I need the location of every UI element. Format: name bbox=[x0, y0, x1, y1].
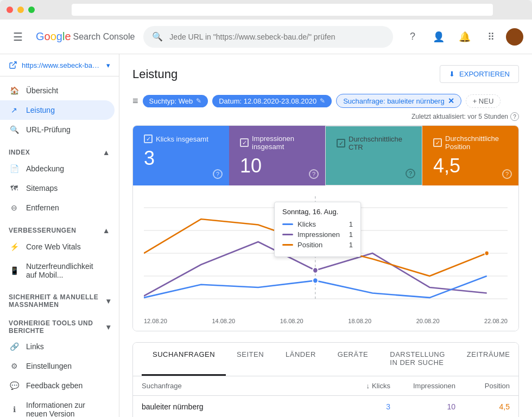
stat-card-header: Klicks insgesamt bbox=[144, 134, 218, 143]
sidebar-item-einstellungen[interactable]: ⚙ Einstellungen bbox=[0, 356, 115, 376]
stat-label: Klicks insgesamt bbox=[156, 135, 208, 143]
apps-icon[interactable]: ⠿ bbox=[480, 26, 502, 48]
add-filter-button[interactable]: + NEU bbox=[466, 94, 501, 108]
filter-chip-label: Datum: 12.08.2020-23.08.2020 bbox=[219, 97, 316, 105]
sidebar-item-feedback[interactable]: 💬 Feedback geben bbox=[0, 376, 115, 395]
browser-chrome bbox=[0, 0, 532, 20]
col-header-clicks[interactable]: ↓ Klicks bbox=[325, 382, 390, 390]
sidebar-item-label: Entfernen bbox=[26, 203, 59, 212]
chart-x-labels: 12.08.20 14.08.20 16.08.20 18.08.20 20.0… bbox=[133, 316, 518, 331]
sidebar-item-abdeckung[interactable]: 📄 Abdeckung bbox=[0, 159, 115, 178]
stat-info-position[interactable]: ? bbox=[502, 169, 512, 179]
table-section: SUCHANFRAGEN SEITEN LÄNDER GERÄTE DARSTE… bbox=[132, 342, 519, 417]
settings-icon: ⚙ bbox=[9, 362, 20, 370]
tooltip-value-position: 1 bbox=[349, 241, 353, 249]
tooltip-label-text: Impressionen bbox=[297, 230, 340, 239]
stat-label: Impressionen insgesamt bbox=[252, 134, 314, 151]
maximize-dot[interactable] bbox=[28, 7, 35, 13]
x-label-1: 14.08.20 bbox=[212, 318, 235, 324]
stat-checkbox-klicks[interactable] bbox=[144, 134, 153, 143]
dropdown-icon[interactable]: ▾ bbox=[106, 61, 110, 69]
filter-chip-suchanfrage[interactable]: Suchanfrage: bauleiter nürnberg ✕ bbox=[336, 94, 461, 108]
notifications-icon[interactable]: 🔔 bbox=[454, 26, 476, 48]
tooltip-label: Klicks bbox=[282, 220, 316, 228]
tab-laender[interactable]: LÄNDER bbox=[275, 343, 327, 376]
product-name: Search Console bbox=[73, 32, 135, 42]
sidebar-item-url-pruefung[interactable]: 🔍 URL-Prüfung bbox=[0, 120, 115, 139]
sidebar-item-uebersicht[interactable]: 🏠 Übersicht bbox=[0, 81, 115, 100]
avatar[interactable] bbox=[506, 28, 523, 46]
close-dot[interactable] bbox=[7, 7, 13, 13]
search-input[interactable] bbox=[169, 33, 384, 41]
stat-card-header: Durchschnittliche CTR bbox=[337, 135, 411, 151]
abdeckung-icon: 📄 bbox=[9, 164, 20, 173]
sidebar-item-label: URL-Prüfung bbox=[26, 125, 71, 134]
stat-card-ctr[interactable]: Durchschnittliche CTR ? bbox=[325, 126, 422, 185]
content: Leistung ⬇ EXPORTIEREN ≡ Suchtyp: Web ✎ … bbox=[119, 54, 532, 417]
edit-icon: ✎ bbox=[196, 97, 201, 105]
help-icon[interactable]: ? bbox=[402, 26, 423, 48]
address-bar bbox=[72, 4, 493, 16]
impressions-dot bbox=[313, 267, 318, 273]
tools-section-title: Vorherige Tools und Berichte bbox=[9, 319, 106, 335]
stat-card-position[interactable]: Durchschnittliche Position 4,5 ? bbox=[422, 126, 518, 185]
search-nav-icon: 🔍 bbox=[9, 125, 20, 134]
export-button[interactable]: ⬇ EXPORTIEREN bbox=[440, 65, 519, 83]
stat-checkbox-impressionen[interactable] bbox=[240, 138, 249, 147]
sidebar-url[interactable]: https://www.sebeck-bau.de/ ▾ bbox=[0, 54, 119, 76]
index-section-toggle[interactable]: ▲ bbox=[103, 148, 110, 157]
sidebar-item-label: Abdeckung bbox=[26, 164, 64, 173]
sidebar-item-core-web-vitals[interactable]: ⚡ Core Web Vitals bbox=[0, 237, 115, 256]
sidebar-item-leistung[interactable]: ↗ Leistung bbox=[0, 100, 115, 120]
tooltip-row-klicks: Klicks 1 bbox=[282, 220, 353, 228]
stats-row: Klicks insgesamt 3 ? Impressionen insges… bbox=[133, 126, 518, 185]
stat-checkbox-position[interactable] bbox=[433, 138, 442, 147]
tooltip-row-impressionen: Impressionen 1 bbox=[282, 230, 353, 239]
tooltip-value-impressionen: 1 bbox=[349, 230, 353, 239]
stat-info-klicks[interactable]: ? bbox=[213, 169, 223, 179]
sidebar-item-entfernen[interactable]: ⊖ Entfernen bbox=[0, 198, 115, 217]
last-updated-help-icon[interactable]: ? bbox=[510, 112, 519, 121]
feedback-icon: 💬 bbox=[9, 381, 20, 390]
filter-chip-suchtyp[interactable]: Suchtyp: Web ✎ bbox=[143, 95, 208, 107]
filter-chip-datum[interactable]: Datum: 12.08.2020-23.08.2020 ✎ bbox=[212, 95, 332, 107]
last-updated: Zuletzt aktualisiert: vor 5 Stunden ? bbox=[411, 112, 519, 121]
stat-card-klicks[interactable]: Klicks insgesamt 3 ? bbox=[133, 126, 229, 185]
tab-geraete[interactable]: GERÄTE bbox=[327, 343, 379, 376]
sidebar-item-label: Feedback geben bbox=[26, 381, 83, 390]
add-filter-label: + NEU bbox=[473, 97, 494, 105]
sidebar-item-sitemaps[interactable]: 🗺 Sitemaps bbox=[0, 178, 115, 198]
x-label-3: 18.08.20 bbox=[348, 318, 371, 324]
row-clicks: 3 bbox=[325, 402, 390, 411]
logo-g2: g bbox=[56, 30, 62, 42]
hamburger-icon[interactable]: ☰ bbox=[9, 26, 27, 48]
stat-card-header: Impressionen insgesamt bbox=[240, 134, 314, 151]
tools-section-toggle[interactable]: ▾ bbox=[106, 323, 111, 331]
sidebar-url-text: https://www.sebeck-bau.de/ bbox=[22, 61, 102, 69]
account-icon[interactable]: 👤 bbox=[428, 26, 449, 48]
table-row[interactable]: bauleiter nürnberg 3 10 4,5 bbox=[133, 396, 518, 417]
sidebar-item-links[interactable]: 🔗 Links bbox=[0, 337, 115, 356]
col-header-impressions: Impressionen bbox=[390, 382, 455, 390]
table-tabs: SUCHANFRAGEN SEITEN LÄNDER GERÄTE DARSTE… bbox=[133, 343, 518, 376]
sidebar-item-neue-version[interactable]: ℹ Informationen zur neuen Version bbox=[0, 395, 115, 417]
tab-seiten[interactable]: SEITEN bbox=[226, 343, 275, 376]
stat-card-impressionen[interactable]: Impressionen insgesamt 10 ? bbox=[229, 126, 325, 185]
filter-icon[interactable]: ≡ bbox=[132, 95, 138, 107]
sicherheit-section-toggle[interactable]: ▾ bbox=[106, 297, 111, 305]
verbesserungen-section-toggle[interactable]: ▲ bbox=[103, 226, 110, 235]
stat-checkbox-ctr[interactable] bbox=[337, 139, 345, 147]
x-label-5: 22.08.20 bbox=[484, 318, 508, 324]
tab-suchanfragen[interactable]: SUCHANFRAGEN bbox=[142, 343, 226, 376]
tab-zeitraeume[interactable]: ZEITRÄUME bbox=[456, 343, 519, 376]
tooltip-value-klicks: 1 bbox=[349, 220, 353, 228]
sidebar-item-nutzerfreundlichkeit[interactable]: 📱 Nutzerfreundlichkeit auf Mobil... bbox=[0, 256, 115, 285]
stat-info-impressionen[interactable]: ? bbox=[309, 169, 319, 179]
tooltip-title: Sonntag, 16. Aug. bbox=[282, 208, 353, 216]
minimize-dot[interactable] bbox=[17, 7, 24, 13]
chart-area[interactable]: Sonntag, 16. Aug. Klicks 1 Impressio bbox=[133, 185, 518, 316]
remove-filter-icon[interactable]: ✕ bbox=[448, 97, 454, 105]
links-icon: 🔗 bbox=[9, 342, 20, 351]
tab-darstellung[interactable]: DARSTELLUNG IN DER SUCHE bbox=[379, 343, 456, 376]
stat-info-ctr[interactable]: ? bbox=[406, 169, 415, 178]
